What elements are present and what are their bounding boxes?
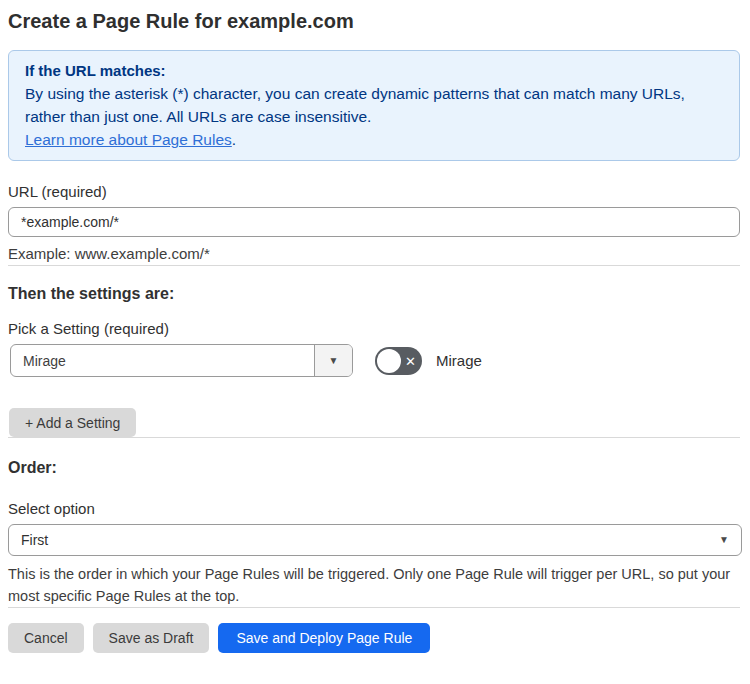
link-suffix: . — [232, 131, 236, 148]
footer-actions: Cancel Save as Draft Save and Deploy Pag… — [8, 623, 740, 653]
add-setting-button[interactable]: + Add a Setting — [9, 408, 136, 437]
setting-row: Mirage ▼ ✕ Mirage — [8, 344, 740, 377]
setting-select[interactable]: Mirage ▼ — [10, 344, 353, 377]
order-help-line: most specific Page Rules at the top. — [8, 585, 740, 607]
divider — [8, 607, 740, 608]
info-box-link-line: Learn more about Page Rules. — [25, 128, 723, 151]
order-help-line: This is the order in which your Page Rul… — [8, 563, 740, 585]
order-select-value: First — [21, 532, 719, 548]
order-select-label: Select option — [8, 500, 740, 518]
mirage-toggle[interactable]: ✕ — [375, 347, 422, 375]
pick-setting-label: Pick a Setting (required) — [8, 320, 740, 338]
info-box-heading: If the URL matches: — [25, 59, 723, 82]
setting-select-arrow-button[interactable]: ▼ — [314, 345, 352, 376]
chevron-down-icon: ▼ — [719, 535, 729, 545]
mirage-toggle-label: Mirage — [436, 352, 482, 369]
chevron-down-icon: ▼ — [329, 356, 339, 366]
save-as-draft-button[interactable]: Save as Draft — [93, 623, 210, 653]
save-and-deploy-button[interactable]: Save and Deploy Page Rule — [218, 623, 430, 653]
toggle-knob — [377, 349, 401, 373]
info-box-body-line: rather than just one. All URLs are case … — [25, 105, 723, 128]
toggle-off-x-icon: ✕ — [405, 354, 416, 367]
page-title: Create a Page Rule for example.com — [8, 8, 740, 34]
divider — [8, 265, 740, 266]
url-example-hint: Example: www.example.com/* — [8, 243, 740, 265]
order-section-heading: Order: — [8, 458, 740, 478]
info-box-body-line: By using the asterisk (*) character, you… — [25, 82, 723, 105]
learn-more-page-rules-link[interactable]: Learn more about Page Rules — [25, 131, 232, 148]
create-page-rule-form: Create a Page Rule for example.com If th… — [0, 0, 750, 665]
order-help-text: This is the order in which your Page Rul… — [8, 563, 740, 607]
url-input[interactable] — [8, 207, 740, 237]
setting-select-value: Mirage — [11, 345, 314, 376]
order-select[interactable]: First ▼ — [8, 524, 742, 556]
settings-section-heading: Then the settings are: — [8, 284, 740, 304]
url-field-label: URL (required) — [8, 183, 740, 201]
url-match-info-box: If the URL matches: By using the asteris… — [8, 50, 740, 161]
cancel-button[interactable]: Cancel — [8, 623, 84, 653]
divider — [8, 437, 740, 438]
